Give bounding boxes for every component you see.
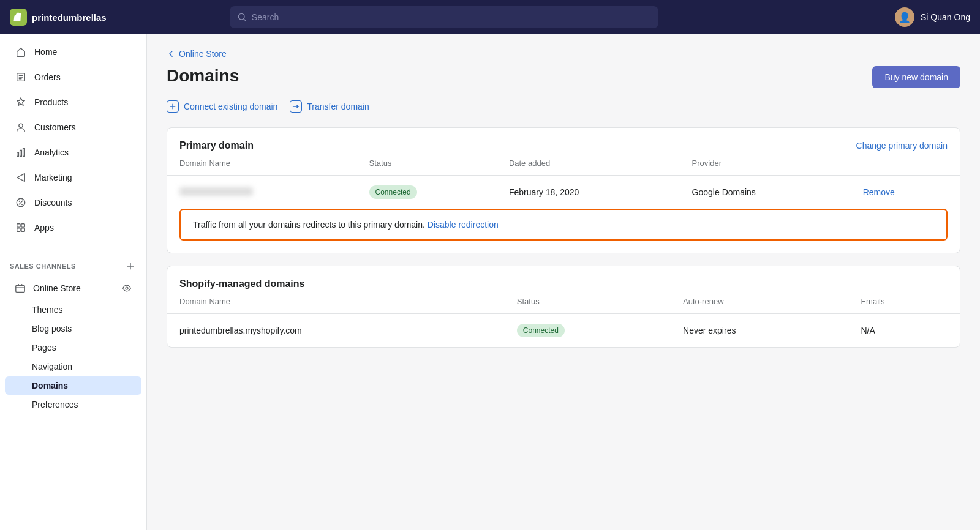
apps-icon [15,222,27,234]
primary-domain-provider: Google Domains [680,176,851,209]
table-row: Connected February 18, 2020 Google Domai… [167,176,960,209]
sales-channels-header: SALES CHANNELS [0,250,146,276]
breadcrumb[interactable]: Online Store [167,49,960,59]
sidebar-subitem-navigation-label: Navigation [32,362,72,371]
sidebar-item-home-label: Home [34,47,57,57]
transfer-domain-link[interactable]: Transfer domain [290,100,369,113]
primary-domain-table-header-row: Domain Name Status Date added Provider [167,151,960,176]
sidebar-item-products[interactable]: Products [5,90,141,114]
eye-icon [122,283,132,293]
sidebar-item-customers-label: Customers [34,122,76,132]
sidebar-subitem-preferences[interactable]: Preferences [5,395,141,414]
sidebar-item-home[interactable]: Home [5,40,141,64]
buy-new-domain-button[interactable]: Buy new domain [872,66,960,88]
sidebar-subitem-preferences-label: Preferences [32,400,78,409]
col-status: Status [357,151,497,176]
page-actions: Connect existing domain Transfer domain [167,100,960,113]
status-badge: Connected [369,185,417,199]
svg-rect-7 [21,224,24,227]
change-primary-domain-link[interactable]: Change primary domain [856,141,948,151]
avatar: 👤 [895,7,914,27]
user-menu[interactable]: 👤 Si Quan Ong [895,7,970,27]
svg-rect-4 [23,149,25,157]
shopify-logo-icon [10,9,27,26]
sidebar-item-products-label: Products [34,97,68,107]
sidebar-subitem-themes-label: Themes [32,305,63,315]
sidebar-item-orders-label: Orders [34,72,61,82]
home-icon [15,46,27,58]
sidebar-item-discounts-label: Discounts [34,198,72,207]
analytics-icon [15,146,27,159]
shopify-domains-card-header: Shopify-managed domains [167,266,960,289]
orders-icon [15,71,27,83]
sidebar-subitem-pages[interactable]: Pages [5,338,141,357]
blurred-domain [179,187,253,196]
products-icon [15,96,27,108]
sidebar-item-apps[interactable]: Apps [5,215,141,240]
marketing-icon [15,171,27,184]
user-name: Si Quan Ong [921,12,970,22]
sidebar-item-apps-label: Apps [34,223,54,233]
connect-domain-label: Connect existing domain [184,102,277,111]
primary-domain-status: Connected [357,176,497,209]
svg-rect-8 [17,228,20,231]
add-sales-channel-button[interactable] [124,260,137,272]
primary-domain-table: Domain Name Status Date added Provider C… [167,151,960,209]
chevron-left-icon [167,50,175,58]
transfer-domain-label: Transfer domain [307,102,369,111]
customers-icon [15,121,27,133]
shopify-domain-name: printedumbrellas.myshopify.com [167,314,505,348]
remove-domain-link[interactable]: Remove [863,187,895,197]
online-store-icon [15,283,26,294]
shopify-domains-card: Shopify-managed domains Domain Name Stat… [167,266,960,348]
connect-domain-icon [167,100,179,113]
divider [0,245,146,245]
primary-domain-card-header: Primary domain Change primary domain [167,128,960,151]
disable-redirection-link[interactable]: Disable redirection [428,220,499,230]
breadcrumb-label: Online Store [179,49,227,59]
search-icon [237,12,247,22]
sidebar-item-online-store[interactable]: Online Store [5,277,141,300]
search-box[interactable] [230,6,658,28]
col-date-added: Date added [497,151,680,176]
col-domain-name: Domain Name [167,151,357,176]
primary-domain-card: Primary domain Change primary domain Dom… [167,127,960,253]
table-row: printedumbrellas.myshopify.com Connected… [167,314,960,348]
shopify-col-emails: Emails [848,289,960,314]
shopify-col-domain-name: Domain Name [167,289,505,314]
topnav: printedumbrellas 👤 Si Quan Ong [0,0,980,34]
online-store-label: Online Store [33,283,81,293]
svg-rect-10 [16,286,24,293]
sidebar-subitem-navigation[interactable]: Navigation [5,357,141,376]
sidebar-item-customers[interactable]: Customers [5,115,141,140]
sidebar-subitem-blog-posts[interactable]: Blog posts [5,319,141,338]
sidebar-item-marketing[interactable]: Marketing [5,165,141,190]
sidebar-item-discounts[interactable]: Discounts [5,190,141,215]
redirect-banner-text: Traffic from all your domains redirects … [193,220,425,230]
transfer-domain-icon [290,100,302,113]
status-badge: Connected [517,324,565,337]
svg-rect-6 [17,224,20,227]
sidebar-item-analytics-label: Analytics [34,147,69,157]
connect-existing-domain-link[interactable]: Connect existing domain [167,100,277,113]
sidebar-subitem-domains[interactable]: Domains [5,376,141,395]
primary-domain-date: February 18, 2020 [497,176,680,209]
primary-domain-action: Remove [851,176,960,209]
shopify-domain-status: Connected [505,314,671,348]
search-input[interactable] [252,12,651,22]
main-content: Online Store Domains Buy new domain Conn… [147,34,980,530]
brand[interactable]: printedumbrellas [10,9,107,26]
sidebar-subitem-themes[interactable]: Themes [5,300,141,319]
svg-rect-3 [20,150,22,156]
sidebar-subitem-pages-label: Pages [32,343,56,353]
redirect-banner: Traffic from all your domains redirects … [179,209,948,241]
shopify-domains-table-header-row: Domain Name Status Auto-renew Emails [167,289,960,314]
discounts-icon [15,196,27,209]
brand-name: printedumbrellas [32,12,107,23]
sidebar-item-analytics[interactable]: Analytics [5,140,141,165]
svg-rect-9 [21,228,24,231]
sidebar-item-orders[interactable]: Orders [5,65,141,89]
page-header: Domains Buy new domain [167,66,960,88]
sidebar-subitem-blog-posts-label: Blog posts [32,324,72,334]
shopify-domains-table: Domain Name Status Auto-renew Emails pri… [167,289,960,347]
